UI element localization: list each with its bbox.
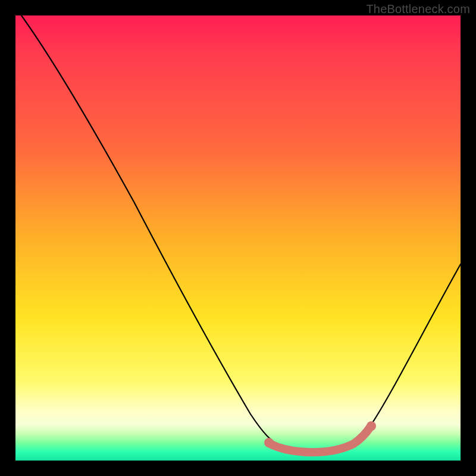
chart-svg (15, 15, 461, 461)
highlight-start-dot (264, 438, 274, 447)
highlight-segment (270, 427, 370, 452)
highlight-end-dot (367, 421, 376, 431)
chart-frame: TheBottleneck.com (0, 0, 476, 476)
chart-plot-area (15, 15, 461, 461)
watermark-text: TheBottleneck.com (366, 2, 470, 16)
bottleneck-curve (21, 15, 461, 452)
